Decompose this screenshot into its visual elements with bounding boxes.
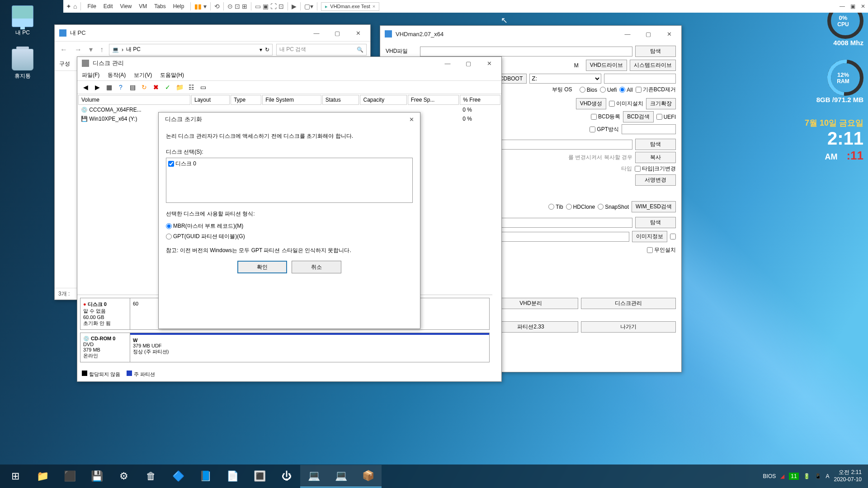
tib-radio[interactable]: Tib	[548, 204, 563, 210]
gpt-radio-row[interactable]: GPT(GUID 파티션 테이블)(G)	[166, 233, 413, 240]
tool-icon[interactable]: ⊡	[235, 3, 240, 10]
maximize-button[interactable]: ▢	[327, 27, 348, 39]
tool-icon[interactable]: ▦	[104, 83, 113, 92]
tool-icon[interactable]: ▭	[198, 83, 208, 92]
back-arrow-icon[interactable]: ←	[58, 46, 69, 54]
diskmgmt-button[interactable]: 디스크관리	[581, 298, 676, 309]
restore-icon[interactable]: ▣	[850, 3, 855, 9]
menu-edit[interactable]: Edit	[101, 3, 116, 9]
bcdreg-checkbox[interactable]: BCD등록	[591, 113, 620, 121]
silent-checkbox[interactable]: 무인설치	[647, 246, 676, 254]
disk-partition[interactable]: W 379 MB UDF 정상 (주 파티션)	[130, 333, 489, 362]
maximize-button[interactable]: ▢	[458, 57, 479, 70]
desktop-icon-recycle[interactable]: 휴지통	[5, 49, 40, 80]
help-icon[interactable]: ?	[116, 83, 125, 92]
col-layout[interactable]: Layout	[191, 95, 230, 105]
vm-tab[interactable]: ▸ VHDman.exe Test ×	[321, 2, 379, 11]
col-status[interactable]: Status	[322, 95, 359, 105]
refresh-icon[interactable]: ↻	[140, 83, 149, 92]
forward-icon[interactable]: ▶	[93, 83, 102, 92]
descchg-button[interactable]: 서명변경	[635, 174, 676, 186]
menu-help[interactable]: Help	[170, 3, 187, 9]
battery-icon[interactable]: 🔋	[803, 473, 810, 479]
menu-view[interactable]: View	[118, 3, 135, 9]
ok-button[interactable]: 확인	[237, 261, 287, 273]
taskbar-app[interactable]: 📘	[192, 465, 219, 488]
col-freespace[interactable]: Free Sp...	[408, 95, 459, 105]
oldbcd-checkbox[interactable]: 기존BCD제거	[636, 86, 676, 94]
taskbar-app[interactable]: 🔳	[246, 465, 273, 488]
snapshot-radio[interactable]: SnapShot	[598, 204, 629, 210]
up-arrow-icon[interactable]: ↑	[98, 46, 105, 54]
taskbar-power[interactable]: ⏻	[273, 465, 300, 488]
taskbar-gear[interactable]: ⚙	[110, 465, 137, 488]
desktop-icon-mypc[interactable]: 내 PC	[5, 5, 40, 37]
menu-vm[interactable]: VM	[136, 3, 150, 9]
hdclone-radio[interactable]: HDClone	[566, 204, 595, 210]
wimesd-button[interactable]: WIM_ESD검색	[632, 201, 676, 212]
pause-icon[interactable]: ▮▮	[194, 3, 202, 10]
fullscreen-icon[interactable]: ⛶	[270, 3, 277, 10]
close-icon[interactable]: ✕	[861, 3, 865, 9]
search-button[interactable]: 탐색	[635, 46, 676, 57]
disk-checkbox-row[interactable]: 디스크 0	[168, 160, 410, 168]
combo-empty[interactable]	[604, 74, 676, 84]
vhdcreate-button[interactable]: VHD생성	[576, 98, 606, 109]
uefi-radio[interactable]: Uefi	[600, 87, 617, 93]
close-button[interactable]: ✕	[479, 57, 500, 70]
col-pctfree[interactable]: % Free	[460, 95, 500, 105]
console-icon[interactable]: ▶	[292, 3, 297, 10]
back-icon[interactable]: ◀	[81, 83, 90, 92]
disk0-checkbox[interactable]	[168, 161, 174, 167]
menu-file[interactable]: 파일(F)	[82, 71, 99, 79]
unity-icon[interactable]: ▣	[263, 3, 269, 10]
taskbar-diskmgmt[interactable]: 💻	[327, 465, 354, 488]
exit-button[interactable]: 나가기	[581, 321, 676, 333]
drive-combo[interactable]: Z:	[529, 74, 601, 84]
start-button[interactable]: ⊞	[2, 465, 29, 488]
disk-select-list[interactable]: 디스크 0	[166, 158, 413, 203]
fullscreen-icon[interactable]: ⊡	[278, 3, 284, 10]
uefi-checkbox[interactable]: UEFI	[656, 114, 676, 120]
refresh-icon[interactable]: ↻	[265, 47, 269, 53]
mbr-radio[interactable]	[166, 223, 172, 229]
imginfo-button[interactable]: 이미지정보	[632, 231, 667, 242]
vhdfile-combo[interactable]	[420, 47, 632, 56]
disk-row[interactable]: 💿 CD-ROM 0 DVD 379 MB 온라인 W 379 MB UDF 정…	[80, 333, 490, 362]
all-radio[interactable]: All	[619, 87, 632, 93]
col-capacity[interactable]: Capacity	[360, 95, 406, 105]
taskbar[interactable]: ⊞ 📁 ⬛ 💾 ⚙ 🗑 🔷 📘 📄 🔳 ⏻ 💻 💻 📦 BIOS ◢ 11 🔋 …	[0, 465, 868, 488]
close-button[interactable]: ✕	[348, 27, 368, 39]
bios-label[interactable]: BIOS	[763, 473, 776, 479]
gptfmt-checkbox[interactable]: GPT방식	[590, 126, 619, 133]
minimize-button[interactable]: —	[437, 57, 458, 70]
taskbar-explorer[interactable]: 📁	[29, 465, 56, 488]
folder-icon[interactable]: 📁	[175, 83, 184, 92]
ime-label[interactable]: A	[826, 473, 830, 479]
init-dialog-titlebar[interactable]: 디스크 초기화 ✕	[159, 113, 420, 126]
imginfo-checkbox[interactable]	[670, 234, 676, 239]
mbr-radio-row[interactable]: MBR(마스터 부트 레코드)(M)	[166, 222, 413, 230]
vhdman-titlebar[interactable]: VHDman2.07_x64 — ▢ ✕	[380, 26, 681, 42]
tool-icon[interactable]: ▤	[128, 83, 137, 92]
delete-icon[interactable]: ✖	[151, 83, 160, 92]
tool-icon[interactable]: ⊞	[242, 3, 247, 10]
dropdown-icon[interactable]: ▾	[259, 47, 262, 53]
view-icon[interactable]: ▢▾	[304, 3, 313, 10]
temp-badge[interactable]: 11	[789, 473, 798, 480]
taskbar-app[interactable]: 🔷	[165, 465, 192, 488]
sysdrive-button[interactable]: 시스템드라이브	[630, 60, 676, 71]
close-button[interactable]: ✕	[405, 113, 418, 126]
bcdsearch-button[interactable]: BCD검색	[623, 111, 653, 122]
check-icon[interactable]: ✓	[163, 83, 172, 92]
sizeexp-button[interactable]: 크기확장	[646, 98, 676, 109]
col-fs[interactable]: File System	[262, 95, 321, 105]
minimize-icon[interactable]: —	[840, 3, 845, 9]
search-button[interactable]: 탐색	[635, 139, 676, 150]
close-tab-icon[interactable]: ×	[373, 4, 375, 9]
explorer-titlebar[interactable]: 내 PC — ▢ ✕	[55, 25, 370, 41]
tray-icon[interactable]: ◢	[780, 473, 784, 479]
menu-tabs[interactable]: Tabs	[151, 3, 168, 9]
vhddrive-button[interactable]: VHD드라이브	[586, 60, 627, 71]
search-box[interactable]: 내 PC 검색 🔍	[276, 44, 367, 56]
